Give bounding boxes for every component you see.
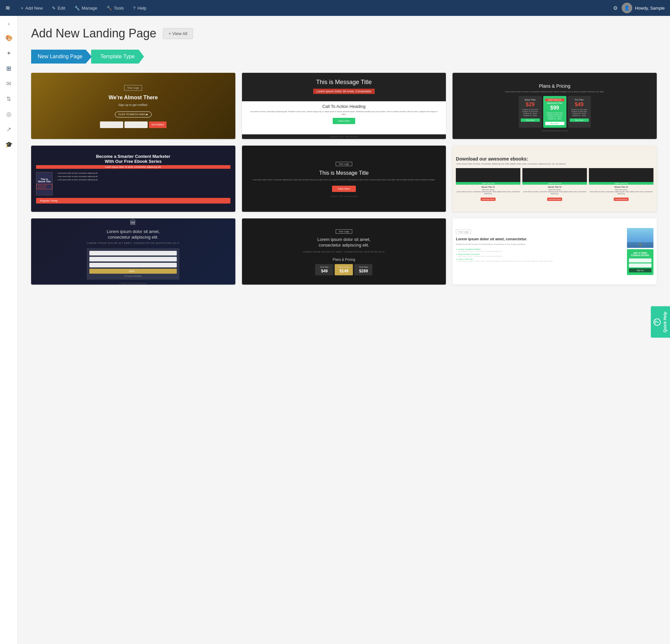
template-cta-heading: Call To Action Heading — [245, 104, 443, 109]
template-plans-sub: Lorem ipsum dolor sit amet, consectetur … — [456, 91, 654, 93]
help-icon: ? — [133, 5, 135, 11]
template-submit-7: $299 → — [89, 269, 177, 274]
template-main-text-7: Lorem ipsum dolor sit amet,consectetur a… — [87, 229, 179, 240]
nav-manage[interactable]: 🔧 Manage — [70, 4, 101, 13]
template-logo-2: Your Logo — [336, 162, 352, 166]
template-card-cta-dark-2[interactable]: Your Logo This is Message Title Lorem ip… — [242, 146, 446, 212]
sidebar-item-brush[interactable]: 🎨 — [2, 31, 16, 45]
sidebar-item-mail[interactable]: ✉ — [3, 77, 15, 91]
template-sub-text-7: LOREM IPSUM DOLOR SIT AMET, CONSECTETUR … — [87, 242, 179, 244]
nav-tools-label: Tools — [114, 5, 124, 11]
avatar: 👤 — [622, 3, 632, 13]
nav-add-new-label: Add New — [26, 5, 43, 11]
template-dl-title: Download our awesome ebooks: — [456, 156, 654, 161]
template-main-text-8: Lorem ipsum dolor sit amet,consectetur a… — [303, 237, 385, 248]
template-card-cta-dark[interactable]: This is Message Title Lorem Ipsum Dolor … — [242, 73, 446, 139]
template-bullet-2: ●Identify the Buyer Connectionlorem dolo… — [456, 253, 624, 257]
template-cta-box: GET A FREECONSULTATION: Sign Up — [627, 249, 654, 275]
template-card-ebook-download[interactable]: Download our awesome ebooks: Lorem ipsum… — [453, 146, 657, 212]
template-card-squeeze[interactable]: 🏛 Lorem ipsum dolor sit amet,consectetur… — [31, 218, 236, 285]
step-new-landing-page[interactable]: New Landing Page — [31, 50, 92, 64]
template-headline: We're Almost There — [100, 95, 166, 100]
step-template-type[interactable]: Template Type — [91, 50, 144, 64]
plus-icon: + — [21, 5, 24, 11]
template-ebook-features: ✓Lorem ipsum dolor sit amet, consectetur… — [55, 172, 230, 195]
sidebar-item-grid[interactable]: ⊞ — [3, 62, 15, 76]
template-logo-9: Your Logo — [456, 230, 471, 234]
template-footer-7: Your spot to find details: — [89, 275, 177, 277]
template-msg-title-2: This is Message Title — [245, 170, 443, 176]
template-main-text-9: Lorem ipsum dolor sit amet, consectetur. — [456, 237, 624, 241]
template-body-2: Lorem ipsum dolor sit amet, consectetur … — [245, 179, 443, 181]
template-plans-title: Plans & Pricing — [456, 80, 654, 89]
template-card-coming-soon[interactable]: Your Logo We're Almost There Sign up to … — [31, 73, 236, 139]
template-subtext: Sign up to get notified. — [100, 103, 166, 107]
template-awesome-plan: MOST POPULAR Awesome Plan $99 Feature #1… — [543, 96, 566, 128]
template-ebook-title: Become a Smarter Content MarketerWith Ou… — [36, 154, 230, 164]
settings-icon[interactable]: ⚙ — [613, 5, 618, 11]
sidebar-item-arrows[interactable]: ⇅ — [3, 92, 15, 106]
template-building-icon: 🏛 — [87, 219, 179, 226]
logo-icon: ≋ — [5, 4, 10, 12]
nav-help-label: Help — [137, 5, 146, 11]
nav-help[interactable]: ? Help — [129, 4, 150, 13]
template-card-ebook-series[interactable]: Become a Smarter Content MarketerWith Ou… — [31, 146, 236, 212]
steps-nav: New Landing Page Template Type — [31, 50, 657, 64]
template-sub-text-9: Building Your Email List Gives You the B… — [456, 243, 624, 245]
template-ebook-cover: This IsEbook Title lorem ipsum dolor ame… — [36, 172, 53, 195]
quick-help-icon: ? — [654, 318, 661, 326]
template-basic-plan: Basic Plan $29 Feature #1 click hereFeat… — [519, 96, 542, 128]
template-name-input — [100, 121, 123, 128]
template-ebook-sub: Lorem ipsum dolor sit amet, consectetur … — [36, 165, 230, 169]
template-pro-plan: Pro Plan $49 Feature #1 click hereFeatur… — [568, 96, 591, 128]
template-plan-third: Third Plan $289 — [354, 264, 372, 275]
template-ebook-1: caption goes here Ebook Title #1 About t… — [456, 168, 520, 201]
nav-right: ⚙ 👤 Howdy, Sample — [613, 3, 665, 13]
template-bullet-3: ●Long vs. Short Copylorem dolor sit amet… — [456, 258, 624, 262]
user-menu[interactable]: 👤 Howdy, Sample — [622, 3, 665, 13]
template-copyright-7: Copyright © 2015 Rainmaker Platform — [87, 282, 179, 284]
template-grid: Your Logo We're Almost There Sign up to … — [31, 73, 657, 285]
template-card-pricing[interactable]: Plans & Pricing Lorem ipsum dolor sit am… — [453, 73, 657, 139]
template-footer: Copyright © 2014 - New Rainmaker — [242, 134, 446, 139]
tools-icon: 🔨 — [107, 5, 112, 11]
template-click-here-2: Click Here — [332, 186, 356, 192]
nav-items: + Add New ✎ Edit 🔧 Manage 🔨 Tools ? Help — [17, 4, 613, 13]
template-plan-second: Second Plan $149 — [335, 264, 353, 275]
nav-add-new[interactable]: + Add New — [17, 4, 47, 13]
sidebar-item-target[interactable]: ◎ — [3, 107, 15, 121]
template-logo: Your Logo — [124, 85, 142, 91]
template-dl-sub: Lorem ipsum dolor sit amet, consectetur … — [456, 163, 654, 165]
template-register-btn: Register Today — [36, 198, 230, 203]
click-here-btn: Click here — [333, 118, 355, 124]
template-watch-btn: CLICK TO WATCH VIDEO ▶ — [115, 111, 152, 118]
nav-edit[interactable]: ✎ Edit — [48, 4, 69, 13]
template-plan-first: First Plan $49 — [315, 264, 333, 275]
nav-edit-label: Edit — [57, 5, 65, 11]
main-content: Add New Landing Page + View All New Land… — [18, 16, 670, 644]
edit-icon: ✎ — [52, 5, 56, 11]
template-bullet-1: ●Creating Compelling Headlineslorem dolo… — [456, 248, 624, 252]
template-logo-8: Your Logo — [336, 229, 352, 234]
template-ebook-2: caption goes here Ebook Title #2 About t… — [522, 168, 587, 201]
quick-help-panel[interactable]: ? Quick Help — [651, 306, 670, 338]
sidebar-item-lightning[interactable]: ✦ — [3, 46, 15, 60]
nav-tools[interactable]: 🔨 Tools — [103, 4, 128, 13]
quick-help-label: Quick Help — [663, 312, 667, 333]
template-body-text: sum dolor sit amet, consectetur adipisci… — [245, 110, 443, 116]
template-plans-label-8: Plans & Pricing — [303, 258, 385, 261]
template-ebook-3: caption goes here Ebook Title #3 About t… — [589, 168, 654, 201]
user-greeting: Howdy, Sample — [635, 5, 665, 11]
nav-manage-label: Manage — [82, 5, 97, 11]
wrench-icon: 🔧 — [75, 5, 80, 11]
template-submit-btn: Get Notified — [149, 121, 166, 128]
template-card-consultation[interactable]: Your Logo Lorem ipsum dolor sit amet, co… — [453, 218, 657, 285]
template-msg-sub: Lorem Ipsum Dolor Sit Amet, Consectetur — [313, 89, 375, 94]
left-sidebar: › 🎨 ✦ ⊞ ✉ ⇅ ◎ ↗ 🎓 — [0, 16, 18, 644]
view-all-button[interactable]: + View All — [163, 28, 193, 39]
sidebar-item-chart[interactable]: ↗ — [3, 122, 15, 136]
template-card-dark-pricing[interactable]: Your Logo Lorem ipsum dolor sit amet,con… — [242, 218, 446, 285]
sidebar-toggle[interactable]: › — [5, 18, 12, 29]
sidebar-item-graduation[interactable]: 🎓 — [2, 138, 16, 151]
template-email-input — [124, 121, 148, 128]
